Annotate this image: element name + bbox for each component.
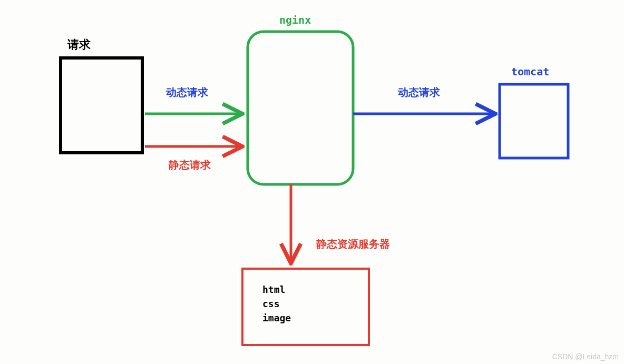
static-item: css: [262, 297, 291, 311]
tomcat-node: [500, 84, 568, 158]
label-dynamic-request-2: 动态请求: [398, 85, 440, 100]
label-dynamic-request-1: 动态请求: [166, 85, 208, 100]
static-item: image: [262, 311, 291, 325]
label-static-request: 静态请求: [169, 158, 211, 172]
nginx-node: [248, 32, 353, 184]
label-tomcat: tomcat: [511, 65, 549, 78]
static-resources-node: [242, 269, 369, 345]
client-node: [61, 58, 142, 153]
label-nginx: nginx: [279, 14, 311, 26]
watermark: CSDN @Leida_hzm: [552, 352, 619, 361]
label-static-server: 静态资源服务器: [316, 237, 390, 251]
diagram-canvas: [0, 0, 624, 364]
label-request: 请求: [67, 37, 91, 53]
static-resources-list: html css image: [262, 282, 291, 325]
static-item: html: [262, 282, 291, 297]
